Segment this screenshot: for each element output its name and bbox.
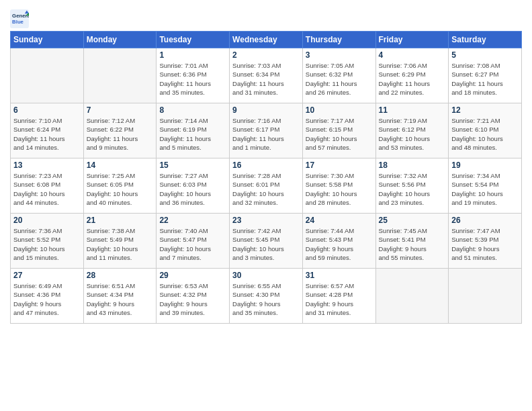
day-number: 14 [87, 161, 154, 170]
day-number: 4 [379, 50, 446, 60]
day-cell: 25Sunrise: 7:45 AM Sunset: 5:41 PM Dayli… [375, 214, 449, 269]
day-info: Sunrise: 7:38 AM Sunset: 5:49 PM Dayligh… [87, 226, 154, 262]
day-cell: 7Sunrise: 7:12 AM Sunset: 6:22 PM Daylig… [83, 103, 157, 158]
day-info: Sunrise: 7:05 AM Sunset: 6:32 PM Dayligh… [306, 61, 373, 97]
day-info: Sunrise: 7:01 AM Sunset: 6:36 PM Dayligh… [159, 61, 226, 97]
day-info: Sunrise: 7:40 AM Sunset: 5:47 PM Dayligh… [159, 226, 226, 262]
day-info: Sunrise: 7:44 AM Sunset: 5:43 PM Dayligh… [306, 226, 373, 262]
day-cell: 22Sunrise: 7:40 AM Sunset: 5:47 PM Dayli… [157, 214, 230, 269]
day-cell: 6Sunrise: 7:10 AM Sunset: 6:24 PM Daylig… [11, 103, 84, 158]
day-cell: 27Sunrise: 6:49 AM Sunset: 4:36 PM Dayli… [11, 269, 84, 324]
logo: General Blue [10, 9, 32, 28]
day-number: 7 [87, 105, 154, 115]
day-number: 25 [379, 216, 446, 225]
day-cell: 5Sunrise: 7:08 AM Sunset: 6:27 PM Daylig… [449, 48, 522, 103]
day-header-wednesday: Wednesday [230, 32, 303, 48]
day-info: Sunrise: 7:10 AM Sunset: 6:24 PM Dayligh… [13, 116, 81, 152]
day-number: 1 [159, 50, 226, 60]
day-info: Sunrise: 7:45 AM Sunset: 5:41 PM Dayligh… [379, 226, 446, 262]
day-cell: 14Sunrise: 7:25 AM Sunset: 6:05 PM Dayli… [83, 158, 157, 214]
day-header-saturday: Saturday [449, 32, 522, 48]
day-cell: 23Sunrise: 7:42 AM Sunset: 5:45 PM Dayli… [230, 214, 303, 269]
week-row-2: 6Sunrise: 7:10 AM Sunset: 6:24 PM Daylig… [11, 103, 522, 158]
day-number: 26 [451, 216, 519, 225]
day-info: Sunrise: 7:27 AM Sunset: 6:03 PM Dayligh… [159, 171, 226, 207]
day-info: Sunrise: 7:32 AM Sunset: 5:56 PM Dayligh… [379, 171, 446, 207]
day-cell [449, 269, 522, 324]
day-number: 8 [159, 105, 226, 115]
calendar-table: SundayMondayTuesdayWednesdayThursdayFrid… [10, 31, 522, 324]
day-info: Sunrise: 6:55 AM Sunset: 4:30 PM Dayligh… [232, 281, 300, 317]
day-cell: 12Sunrise: 7:21 AM Sunset: 6:10 PM Dayli… [449, 103, 522, 158]
day-info: Sunrise: 7:28 AM Sunset: 6:01 PM Dayligh… [232, 171, 300, 207]
day-cell: 24Sunrise: 7:44 AM Sunset: 5:43 PM Dayli… [302, 214, 375, 269]
day-cell: 16Sunrise: 7:28 AM Sunset: 6:01 PM Dayli… [230, 158, 303, 214]
day-number: 11 [379, 105, 446, 115]
day-number: 2 [232, 50, 300, 60]
day-info: Sunrise: 7:23 AM Sunset: 6:08 PM Dayligh… [13, 171, 81, 207]
day-cell: 13Sunrise: 7:23 AM Sunset: 6:08 PM Dayli… [11, 158, 84, 214]
day-info: Sunrise: 6:57 AM Sunset: 4:28 PM Dayligh… [306, 281, 373, 317]
day-number: 18 [379, 161, 446, 170]
day-cell: 30Sunrise: 6:55 AM Sunset: 4:30 PM Dayli… [230, 269, 303, 324]
day-number: 15 [159, 161, 226, 170]
day-number: 31 [306, 271, 373, 280]
day-header-friday: Friday [375, 32, 449, 48]
day-number: 16 [232, 161, 300, 170]
day-cell: 3Sunrise: 7:05 AM Sunset: 6:32 PM Daylig… [302, 48, 375, 103]
day-header-monday: Monday [83, 32, 157, 48]
day-info: Sunrise: 7:47 AM Sunset: 5:39 PM Dayligh… [451, 226, 519, 262]
day-header-thursday: Thursday [302, 32, 375, 48]
day-number: 13 [13, 161, 81, 170]
day-number: 27 [13, 271, 81, 280]
day-number: 20 [13, 216, 81, 225]
day-info: Sunrise: 7:21 AM Sunset: 6:10 PM Dayligh… [451, 116, 519, 152]
day-number: 3 [306, 50, 373, 60]
week-row-5: 27Sunrise: 6:49 AM Sunset: 4:36 PM Dayli… [11, 269, 522, 324]
day-cell: 31Sunrise: 6:57 AM Sunset: 4:28 PM Dayli… [302, 269, 375, 324]
day-number: 10 [306, 105, 373, 115]
logo-icon: General Blue [10, 9, 29, 28]
day-info: Sunrise: 7:08 AM Sunset: 6:27 PM Dayligh… [451, 61, 519, 97]
day-cell: 21Sunrise: 7:38 AM Sunset: 5:49 PM Dayli… [83, 214, 157, 269]
day-cell: 20Sunrise: 7:36 AM Sunset: 5:52 PM Dayli… [11, 214, 84, 269]
day-number: 28 [87, 271, 154, 280]
day-info: Sunrise: 6:49 AM Sunset: 4:36 PM Dayligh… [13, 281, 81, 317]
day-info: Sunrise: 7:34 AM Sunset: 5:54 PM Dayligh… [451, 171, 519, 207]
day-cell: 29Sunrise: 6:53 AM Sunset: 4:32 PM Dayli… [157, 269, 230, 324]
day-cell: 10Sunrise: 7:17 AM Sunset: 6:15 PM Dayli… [302, 103, 375, 158]
day-cell: 9Sunrise: 7:16 AM Sunset: 6:17 PM Daylig… [230, 103, 303, 158]
day-cell: 4Sunrise: 7:06 AM Sunset: 6:29 PM Daylig… [375, 48, 449, 103]
day-number: 19 [451, 161, 519, 170]
day-number: 22 [159, 216, 226, 225]
day-info: Sunrise: 7:25 AM Sunset: 6:05 PM Dayligh… [87, 171, 154, 207]
day-number: 29 [159, 271, 226, 280]
svg-text:Blue: Blue [12, 19, 24, 25]
day-info: Sunrise: 7:14 AM Sunset: 6:19 PM Dayligh… [159, 116, 226, 152]
day-cell: 26Sunrise: 7:47 AM Sunset: 5:39 PM Dayli… [449, 214, 522, 269]
day-cell [83, 48, 157, 103]
day-number: 5 [451, 50, 519, 60]
day-info: Sunrise: 7:42 AM Sunset: 5:45 PM Dayligh… [232, 226, 300, 262]
day-header-sunday: Sunday [11, 32, 84, 48]
day-cell: 19Sunrise: 7:34 AM Sunset: 5:54 PM Dayli… [449, 158, 522, 214]
calendar-container: General Blue SundayMondayTuesdayWednesda… [0, 0, 532, 327]
week-row-1: 1Sunrise: 7:01 AM Sunset: 6:36 PM Daylig… [11, 48, 522, 103]
day-number: 24 [306, 216, 373, 225]
day-cell: 18Sunrise: 7:32 AM Sunset: 5:56 PM Dayli… [375, 158, 449, 214]
day-number: 23 [232, 216, 300, 225]
day-info: Sunrise: 7:17 AM Sunset: 6:15 PM Dayligh… [306, 116, 373, 152]
day-cell [11, 48, 84, 103]
day-number: 6 [13, 105, 81, 115]
day-cell: 11Sunrise: 7:19 AM Sunset: 6:12 PM Dayli… [375, 103, 449, 158]
day-info: Sunrise: 6:53 AM Sunset: 4:32 PM Dayligh… [159, 281, 226, 317]
day-cell [375, 269, 449, 324]
day-info: Sunrise: 7:16 AM Sunset: 6:17 PM Dayligh… [232, 116, 300, 152]
day-number: 12 [451, 105, 519, 115]
header-row: General Blue [10, 7, 522, 28]
day-cell: 17Sunrise: 7:30 AM Sunset: 5:58 PM Dayli… [302, 158, 375, 214]
day-info: Sunrise: 7:30 AM Sunset: 5:58 PM Dayligh… [306, 171, 373, 207]
week-row-3: 13Sunrise: 7:23 AM Sunset: 6:08 PM Dayli… [11, 158, 522, 214]
day-info: Sunrise: 7:36 AM Sunset: 5:52 PM Dayligh… [13, 226, 81, 262]
day-cell: 15Sunrise: 7:27 AM Sunset: 6:03 PM Dayli… [157, 158, 230, 214]
